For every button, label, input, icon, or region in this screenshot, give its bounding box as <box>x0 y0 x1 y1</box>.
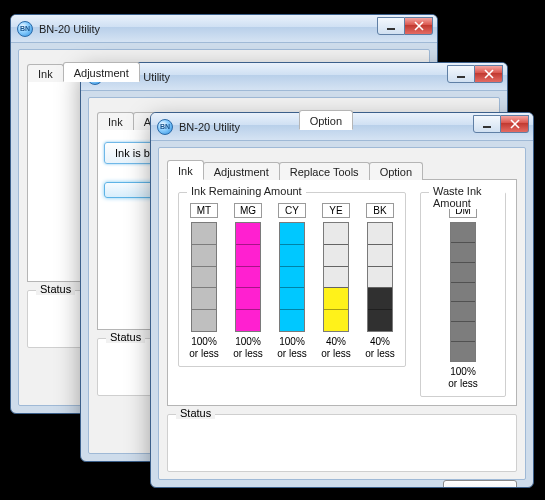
tab-option[interactable]: Option <box>299 110 353 130</box>
waste-ink-label: Waste Ink Amount <box>429 185 505 209</box>
window-ink: BN BN-20 Utility Ink Adjustment Replace … <box>150 112 534 488</box>
status-label: Status <box>36 283 75 295</box>
close-button[interactable] <box>501 115 529 133</box>
close-button[interactable] <box>475 65 503 83</box>
minimize-button[interactable] <box>447 65 475 83</box>
ink-column-dm: DM100%or less <box>446 203 480 390</box>
tab-option[interactable]: Option <box>369 162 423 180</box>
ink-percent-label: 100%or less <box>233 336 262 360</box>
tab-ink[interactable]: Ink <box>167 160 204 180</box>
status-group: Status <box>167 414 517 472</box>
ink-column-cy: CY100%or less <box>275 203 309 360</box>
ink-column-ye: YE40%or less <box>319 203 353 360</box>
tab-adjustment[interactable]: Adjustment <box>63 62 140 82</box>
ink-level-bar <box>235 222 261 332</box>
status-label: Status <box>176 407 215 419</box>
ink-code-label: YE <box>322 203 350 218</box>
ink-level-bar <box>450 222 476 362</box>
close-button[interactable] <box>405 17 433 35</box>
ink-remaining-label: Ink Remaining Amount <box>187 185 306 197</box>
tabstrip: Ink Adjustment Replace Tools Option <box>167 158 517 180</box>
minimize-button[interactable] <box>473 115 501 133</box>
ink-percent-label: 100%or less <box>448 366 477 390</box>
window-title: BN-20 Utility <box>179 121 240 133</box>
finish-button[interactable]: Finish <box>443 480 517 488</box>
tab-replace-tools[interactable]: Replace Tools <box>279 162 370 180</box>
ink-column-mg: MG100%or less <box>231 203 265 360</box>
titlebar[interactable]: BN BN-20 Utility <box>81 63 507 91</box>
status-label: Status <box>106 331 145 343</box>
ink-level-bar <box>323 222 349 332</box>
ink-level-bar <box>191 222 217 332</box>
ink-column-mt: MT100%or less <box>187 203 221 360</box>
ink-remaining-group: Ink Remaining Amount MT100%or lessMG100%… <box>178 192 406 367</box>
titlebar[interactable]: BN BN-20 Utility <box>11 15 437 43</box>
ink-column-bk: BK40%or less <box>363 203 397 360</box>
tab-ink[interactable]: Ink <box>27 64 64 82</box>
ink-percent-label: 100%or less <box>189 336 218 360</box>
app-icon: BN <box>17 21 33 37</box>
ink-code-label: BK <box>366 203 394 218</box>
window-title: BN-20 Utility <box>39 23 100 35</box>
ink-code-label: CY <box>278 203 306 218</box>
ink-code-label: MG <box>234 203 262 218</box>
ink-percent-label: 100%or less <box>277 336 306 360</box>
ink-percent-label: 40%or less <box>321 336 350 360</box>
app-icon: BN <box>157 119 173 135</box>
ink-level-bar <box>367 222 393 332</box>
tab-adjustment[interactable]: Adjustment <box>203 162 280 180</box>
ink-code-label: MT <box>190 203 218 218</box>
waste-ink-group: Waste Ink Amount DM100%or less <box>420 192 506 397</box>
minimize-button[interactable] <box>377 17 405 35</box>
ink-level-bar <box>279 222 305 332</box>
ink-percent-label: 40%or less <box>365 336 394 360</box>
tab-ink[interactable]: Ink <box>97 112 134 130</box>
tab-body-ink: Ink Remaining Amount MT100%or lessMG100%… <box>167 180 517 406</box>
